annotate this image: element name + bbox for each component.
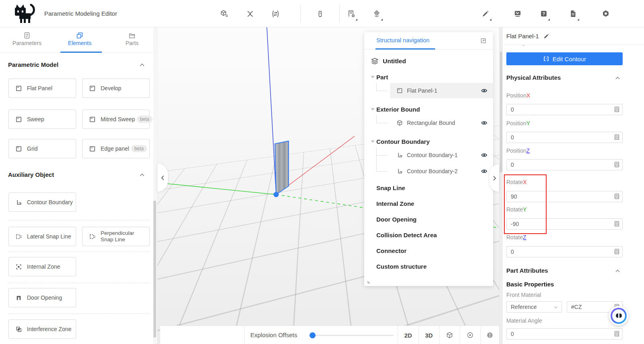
assistant-floating-button[interactable] bbox=[609, 306, 628, 325]
tree-item-contour-boundary-1[interactable]: Contour Boundary-1 bbox=[390, 147, 493, 163]
position-y-input[interactable] bbox=[506, 132, 623, 143]
tree-group-part[interactable]: Part bbox=[364, 71, 493, 83]
button-develop[interactable]: Develop bbox=[82, 79, 150, 98]
tree-item-connector[interactable]: Connector bbox=[376, 247, 407, 254]
properties-collapse-tab[interactable] bbox=[489, 164, 499, 192]
tree-item-custom-structure[interactable]: Custom structure bbox=[376, 263, 427, 270]
parts-cube-icon[interactable] bbox=[217, 6, 231, 21]
visibility-eye-icon[interactable] bbox=[481, 152, 487, 158]
sketch-pencil-icon[interactable] bbox=[478, 6, 493, 21]
settings-nut-icon[interactable] bbox=[599, 6, 613, 21]
tab-parameters[interactable]: Parameters bbox=[5, 27, 49, 53]
explosion-offsets-slider[interactable] bbox=[310, 335, 394, 336]
collapse-chevron-icon[interactable] bbox=[139, 62, 145, 68]
collapse-chevron-icon[interactable] bbox=[615, 75, 620, 81]
panel-icon bbox=[89, 85, 96, 92]
button-flat-panel[interactable]: Flat Panel bbox=[8, 79, 76, 98]
cube-view-button[interactable] bbox=[439, 326, 460, 344]
calculator-icon[interactable] bbox=[614, 221, 620, 227]
tree-collapse-triangle[interactable] bbox=[371, 141, 375, 143]
tree-group-contour-boundary[interactable]: Contour Boundary bbox=[364, 135, 493, 147]
button-grid[interactable]: Grid bbox=[8, 139, 76, 158]
position-x-input[interactable] bbox=[506, 104, 623, 115]
calculator-icon[interactable] bbox=[614, 134, 620, 140]
tree-item-contour-boundary-2[interactable]: Contour Boundary-2 bbox=[390, 164, 493, 179]
panel-icon bbox=[396, 87, 403, 94]
calculator-icon[interactable] bbox=[614, 249, 620, 255]
tree-collapse-triangle[interactable] bbox=[371, 108, 375, 111]
field-label-rotate-y: RotateY bbox=[506, 206, 527, 213]
dropdown-corner-icon bbox=[380, 18, 383, 21]
rotate-x-input[interactable] bbox=[506, 191, 623, 202]
document-export-icon[interactable] bbox=[344, 6, 359, 21]
origin-point[interactable] bbox=[274, 192, 279, 197]
button-edge-panel[interactable]: Edge panel beta bbox=[82, 139, 150, 158]
rotate-z-input[interactable] bbox=[506, 246, 623, 257]
tab-parts[interactable]: Parts bbox=[110, 27, 154, 53]
knot-icon[interactable] bbox=[243, 6, 257, 21]
section-parametric-model: Parametric Model bbox=[8, 61, 58, 68]
view-3d-button[interactable]: 3D bbox=[419, 326, 439, 344]
field-position-x bbox=[506, 104, 623, 115]
tree-item-collision-detect-area[interactable]: Collision Detect Area bbox=[376, 232, 437, 238]
button-mitred-sweep[interactable]: Mitred Sweep beta bbox=[82, 110, 150, 129]
warning-button[interactable] bbox=[481, 326, 499, 344]
button-lateral-snap-line[interactable]: Lateral Snap Line bbox=[8, 227, 76, 246]
tree-group-exterior-bound[interactable]: Exterior Bound bbox=[364, 103, 493, 115]
panel-icon bbox=[89, 116, 96, 123]
collapse-chevron-icon[interactable] bbox=[615, 268, 620, 274]
properties-scrollbar[interactable] bbox=[500, 27, 503, 344]
field-rotate-x bbox=[506, 191, 623, 202]
sidebar-scrollbar[interactable] bbox=[153, 27, 157, 344]
document-info-icon[interactable] bbox=[566, 6, 580, 21]
parts-icon bbox=[128, 32, 136, 39]
top-toolbar: Parametric Modeling Editor bbox=[0, 0, 644, 27]
rotate-y-input[interactable] bbox=[506, 218, 623, 230]
calculator-icon[interactable] bbox=[614, 106, 620, 112]
nav-title-tab[interactable]: Structural navigation bbox=[376, 37, 429, 44]
elements-sidebar: Parameters Elements Parts Parametric Mod… bbox=[0, 27, 157, 344]
tree-root-row[interactable]: Untitled bbox=[364, 54, 493, 68]
smart-guide-icon[interactable] bbox=[369, 6, 384, 21]
button-interference-zone[interactable]: Interference Zone bbox=[8, 319, 76, 339]
dashed-divider bbox=[8, 283, 150, 283]
view-2d-button[interactable]: 2D bbox=[398, 326, 419, 344]
contour-icon bbox=[15, 199, 22, 206]
front-material-mode-select[interactable]: Reference bbox=[506, 301, 562, 313]
visibility-eye-icon[interactable] bbox=[481, 87, 487, 94]
button-perpendicular-snap-line[interactable]: Perpendicular Snap Line bbox=[82, 227, 150, 246]
z-axis bbox=[267, 27, 276, 195]
swap-parentheses-icon[interactable] bbox=[268, 6, 283, 21]
scrollbar-thumb[interactable] bbox=[153, 201, 156, 338]
calculator-icon[interactable] bbox=[614, 331, 620, 337]
panel-resize-handle-icon[interactable] bbox=[367, 278, 372, 284]
visibility-eye-icon[interactable] bbox=[481, 168, 487, 174]
help-icon[interactable] bbox=[537, 6, 551, 21]
tab-elements[interactable]: Elements bbox=[58, 27, 102, 53]
button-door-opening[interactable]: Door Opening bbox=[8, 288, 76, 307]
visibility-eye-icon[interactable] bbox=[481, 120, 487, 126]
position-z-input[interactable] bbox=[506, 159, 623, 170]
tree-item-door-opening[interactable]: Door Opening bbox=[376, 216, 417, 223]
tree-item-rectangular-bound[interactable]: Rectangular Bound bbox=[390, 115, 493, 131]
collapse-chevron-icon[interactable] bbox=[139, 172, 145, 178]
tree-item-snap-line[interactable]: Snap Line bbox=[376, 184, 405, 191]
material-angle-input[interactable] bbox=[506, 328, 623, 340]
slider-handle[interactable] bbox=[310, 332, 316, 338]
performance-monitor-icon[interactable] bbox=[510, 6, 525, 21]
expand-panel-icon[interactable] bbox=[480, 37, 487, 44]
calculator-icon[interactable] bbox=[614, 162, 620, 168]
button-internal-zone[interactable]: Internal Zone bbox=[8, 257, 76, 276]
pin-capsule-icon[interactable] bbox=[313, 6, 327, 21]
flat-panel-object[interactable] bbox=[275, 141, 289, 195]
button-sweep[interactable]: Sweep bbox=[8, 110, 76, 129]
focus-target-button[interactable] bbox=[460, 326, 481, 344]
calculator-icon[interactable] bbox=[614, 193, 620, 199]
rename-pencil-icon[interactable] bbox=[543, 33, 549, 39]
edit-contour-button[interactable]: Edit Contour bbox=[506, 52, 623, 65]
button-contour-boundary[interactable]: Contour Boundary bbox=[8, 193, 76, 212]
tree-item-internal-zone[interactable]: Internal Zone bbox=[376, 200, 414, 207]
tree-item-flat-panel-1[interactable]: Flat Panel-1 bbox=[390, 83, 493, 98]
scrollbar-thumb[interactable] bbox=[500, 52, 502, 172]
tree-collapse-triangle[interactable] bbox=[371, 76, 375, 79]
